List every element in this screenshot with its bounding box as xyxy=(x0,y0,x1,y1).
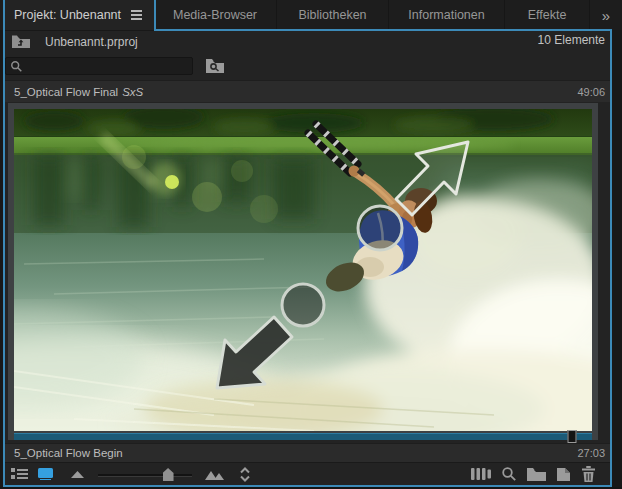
find-button[interactable] xyxy=(501,466,517,482)
clip-name-suffix: SxS xyxy=(122,86,143,98)
sort-icons-button[interactable] xyxy=(236,467,254,482)
thumbnail-scrub-bar[interactable] xyxy=(14,433,592,440)
icon-view-button[interactable] xyxy=(34,468,56,480)
zoom-out-mountain-icon[interactable] xyxy=(68,471,86,478)
project-panel: { "tabs": { "active": { "label": "Projek… xyxy=(0,0,622,489)
icon-view-area xyxy=(5,102,610,443)
tab-overflow-chevron-icon[interactable]: » xyxy=(590,0,622,30)
automate-to-sequence-button[interactable] xyxy=(471,467,491,481)
slider-track[interactable] xyxy=(98,474,192,477)
focus-border-top xyxy=(154,29,612,31)
clip-duration: 49:06 xyxy=(577,86,605,98)
clip-row-optical-flow-final[interactable]: 5_Optical Flow FinalSxS 49:06 xyxy=(5,80,610,102)
focus-border-left xyxy=(3,0,5,487)
search-input[interactable] xyxy=(23,59,177,73)
focus-border-tab xyxy=(154,0,156,31)
new-bin-button[interactable] xyxy=(527,467,546,481)
bin-path-row: Unbenannt.prproj 10 Elemente xyxy=(5,31,610,52)
tab-effekte[interactable]: Effekte xyxy=(505,0,590,30)
scrub-playhead[interactable] xyxy=(567,430,576,443)
tab-bibliotheken[interactable]: Bibliotheken xyxy=(277,0,389,30)
project-panel-content: Unbenannt.prproj 10 Elemente 5_Optical F… xyxy=(5,31,610,485)
new-item-button[interactable] xyxy=(556,467,571,482)
new-search-bin-icon[interactable] xyxy=(204,56,226,75)
clip-duration: 27:03 xyxy=(577,447,605,459)
tab-projekt-label: Projekt: Unbenannt xyxy=(14,8,121,22)
bin-path-label: Unbenannt.prproj xyxy=(45,35,138,49)
panel-tab-bar: Media-Browser Bibliotheken Informationen… xyxy=(0,0,622,30)
tab-informationen[interactable]: Informationen xyxy=(389,0,505,30)
delete-trash-button[interactable] xyxy=(581,466,596,482)
clip-name: 5_Optical Flow Begin xyxy=(14,447,123,459)
search-field[interactable] xyxy=(5,57,193,75)
panel-menu-icon[interactable] xyxy=(131,10,142,20)
tab-media-browser[interactable]: Media-Browser xyxy=(154,0,277,30)
navigate-up-folder-icon[interactable] xyxy=(11,34,31,49)
thumbnail-zoom-slider[interactable] xyxy=(98,466,192,482)
water-skier-frame xyxy=(14,109,592,431)
selected-item-frame[interactable] xyxy=(8,103,598,440)
list-view-button[interactable] xyxy=(8,467,30,481)
clip-name: 5_Optical Flow FinalSxS xyxy=(14,86,143,98)
project-panel-toolbar xyxy=(5,462,610,485)
tab-projekt-active[interactable]: Projekt: Unbenannt xyxy=(3,0,154,30)
zoom-in-mountains-icon[interactable] xyxy=(202,469,226,480)
zoom-slider-handle[interactable] xyxy=(163,468,174,481)
clip-row-optical-flow-begin[interactable]: 5_Optical Flow Begin 27:03 xyxy=(5,443,610,462)
item-count-label: 10 Elemente xyxy=(538,33,605,47)
search-icon xyxy=(10,60,23,73)
search-row xyxy=(5,52,610,80)
focus-border-bottom xyxy=(3,485,612,487)
focus-border-right xyxy=(610,29,612,487)
clip-thumbnail-image[interactable] xyxy=(14,109,592,431)
